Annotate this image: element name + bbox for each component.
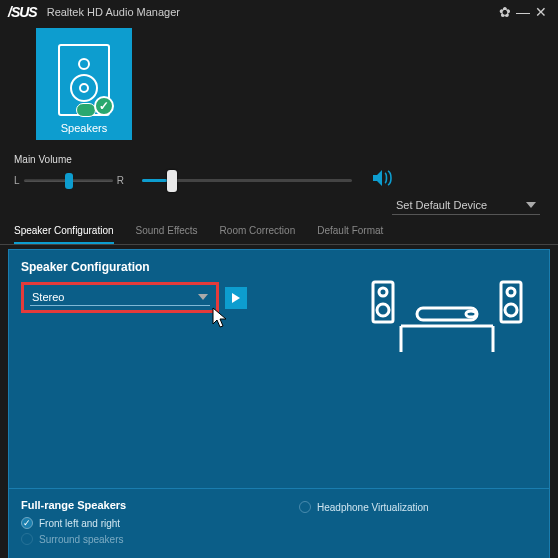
highlight-box: Stereo (21, 282, 219, 313)
panel-title: Speaker Configuration (21, 260, 537, 274)
dropdown-value: Stereo (32, 291, 64, 303)
chat-badge-icon (76, 103, 96, 117)
svg-point-2 (377, 304, 389, 316)
speaker-config-dropdown[interactable]: Stereo (30, 289, 210, 306)
settings-icon[interactable]: ✿ (496, 4, 514, 20)
tab-speaker-configuration[interactable]: Speaker Configuration (14, 225, 114, 244)
device-speakers[interactable]: ✓ Speakers (36, 28, 132, 140)
device-row: ✓ Speakers (0, 24, 558, 140)
check-icon (299, 501, 311, 513)
speaker-config-panel: Speaker Configuration Stereo (8, 249, 550, 489)
balance-right-label: R (117, 175, 124, 186)
volume-icon[interactable] (372, 169, 394, 192)
checkbox-headphone-virt[interactable]: Headphone Virtualization (299, 501, 537, 513)
tab-default-format[interactable]: Default Format (317, 225, 383, 244)
speaker-layout-graphic (367, 276, 527, 356)
check-icon (21, 533, 33, 545)
chevron-down-icon (526, 202, 536, 208)
full-range-title: Full-range Speakers (21, 499, 259, 511)
check-badge-icon: ✓ (94, 96, 114, 116)
default-device-label: Set Default Device (396, 199, 487, 211)
checkbox-label: Surround speakers (39, 534, 124, 545)
close-button[interactable]: ✕ (532, 4, 550, 20)
checkbox-surround[interactable]: Surround speakers (21, 533, 259, 545)
svg-point-7 (466, 311, 476, 317)
options-panel: Full-range Speakers ✓ Front left and rig… (8, 489, 550, 558)
titlebar: /SUS Realtek HD Audio Manager ✿ — ✕ (0, 0, 558, 24)
svg-rect-6 (417, 308, 477, 320)
logo: /SUS (8, 4, 37, 20)
minimize-button[interactable]: — (514, 4, 532, 20)
volume-slider[interactable] (142, 179, 352, 182)
svg-point-4 (507, 288, 515, 296)
checkbox-label: Headphone Virtualization (317, 502, 429, 513)
svg-point-1 (379, 288, 387, 296)
tab-sound-effects[interactable]: Sound Effects (136, 225, 198, 244)
window-title: Realtek HD Audio Manager (47, 6, 496, 18)
default-device-dropdown[interactable]: Set Default Device (392, 196, 540, 215)
balance-slider[interactable]: L R (14, 175, 124, 186)
device-label: Speakers (61, 122, 107, 134)
checkbox-front-lr[interactable]: ✓ Front left and right (21, 517, 259, 529)
speaker-icon: ✓ (58, 44, 110, 116)
checkbox-label: Front left and right (39, 518, 120, 529)
check-icon: ✓ (21, 517, 33, 529)
balance-left-label: L (14, 175, 20, 186)
cursor-icon (212, 307, 230, 329)
svg-point-5 (505, 304, 517, 316)
play-button[interactable] (225, 287, 247, 309)
tab-room-correction[interactable]: Room Correction (220, 225, 296, 244)
tabs: Speaker Configuration Sound Effects Room… (0, 215, 558, 245)
main-volume-label: Main Volume (14, 154, 544, 165)
volume-section: Main Volume L R (0, 140, 558, 192)
chevron-down-icon (198, 294, 208, 300)
